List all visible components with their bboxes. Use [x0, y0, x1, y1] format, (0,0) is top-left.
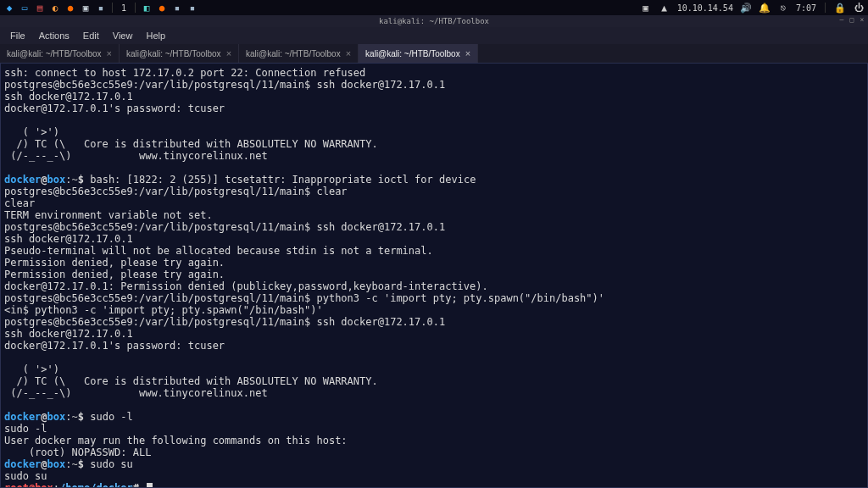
- terminal-tab[interactable]: kali@kali: ~/HTB/Toolbox ×: [120, 44, 239, 63]
- window-controls: – □ ×: [837, 16, 866, 25]
- maximize-button[interactable]: □: [848, 16, 856, 25]
- terminal-icon[interactable]: ▪: [95, 2, 107, 14]
- system-panel: ◆ ▭ ▤ ◐ ● ▣ ▪ 1 ◧ ● ▪ ▪ ▣ ▲ 10.10.14.54 …: [0, 0, 868, 15]
- app-icon[interactable]: ▤: [34, 2, 46, 14]
- term-line: sudo su: [4, 470, 47, 482]
- term-line: ( '>'): [4, 126, 59, 138]
- lock-icon[interactable]: 🔒: [834, 2, 846, 14]
- power-icon[interactable]: ⏻: [853, 2, 865, 14]
- workspace-indicator[interactable]: 1: [118, 3, 130, 13]
- minimize-button[interactable]: –: [837, 16, 846, 25]
- term-line: (/-_--_-\) www.tinycorelinux.net: [4, 150, 268, 162]
- sep-icon: [135, 3, 136, 13]
- term-line: Permission denied, please try again.: [4, 257, 225, 269]
- vpn-icon[interactable]: ▲: [659, 2, 670, 14]
- firefox-icon[interactable]: ●: [64, 2, 76, 14]
- terminal-tab[interactable]: kali@kali: ~/HTB/Toolbox ×: [239, 44, 359, 63]
- term-line: /) TC (\ Core is distributed with ABSOLU…: [4, 138, 378, 150]
- term-line: docker@172.17.0.1's password: tcuser: [4, 103, 225, 114]
- files-icon[interactable]: ▭: [19, 2, 31, 14]
- browser-icon[interactable]: ◐: [49, 2, 61, 14]
- sep-icon: [112, 3, 113, 13]
- term-line: ( '>'): [4, 363, 59, 375]
- sep-icon: [825, 3, 826, 13]
- close-icon[interactable]: ×: [346, 48, 351, 58]
- tab-label: kali@kali: ~/HTB/Toolbox: [126, 49, 221, 58]
- term-line: User docker may run the following comman…: [4, 435, 348, 446]
- menu-bar: File Actions Edit View Help: [0, 27, 868, 44]
- close-icon[interactable]: ×: [107, 48, 112, 58]
- term-line: docker@172.17.0.1: Permission denied (pu…: [4, 280, 488, 292]
- network-icon[interactable]: ⎋: [777, 2, 789, 14]
- term-line: ssh docker@172.17.0.1: [4, 328, 133, 340]
- terminal-tab[interactable]: kali@kali: ~/HTB/Toolbox ×: [359, 44, 478, 63]
- menu-file[interactable]: File: [5, 29, 31, 42]
- term-line: (root) NOPASSWD: ALL: [4, 446, 151, 458]
- kali-menu-icon[interactable]: ◆: [3, 2, 15, 14]
- term-line: Pseudo-terminal will not be allocated be…: [4, 245, 433, 257]
- window-title: kali@kali: ~/HTB/Toolbox: [379, 17, 489, 25]
- tray-term2-icon[interactable]: ▪: [186, 2, 198, 14]
- term-line: postgres@bc56e3cc55e9:/var/lib/postgresq…: [4, 292, 604, 304]
- term-line: TERM environment variable not set.: [4, 209, 213, 221]
- term-prompt-root: root@box:/home/docker#: [4, 482, 153, 488]
- volume-icon[interactable]: 🔊: [740, 2, 752, 14]
- term-line: postgres@bc56e3cc55e9:/var/lib/postgresq…: [4, 316, 445, 328]
- tray-term-icon[interactable]: ▪: [171, 2, 183, 14]
- term-line: postgres@bc56e3cc55e9:/var/lib/postgresq…: [4, 186, 348, 197]
- window-titlebar[interactable]: kali@kali: ~/HTB/Toolbox – □ ×: [0, 15, 868, 27]
- close-icon[interactable]: ×: [226, 48, 231, 58]
- close-icon[interactable]: ×: [465, 48, 470, 58]
- tab-label: kali@kali: ~/HTB/Toolbox: [365, 49, 460, 58]
- term-prompt: docker@box:~$ sudo su: [4, 458, 133, 470]
- term-line: ssh docker@172.17.0.1: [4, 91, 133, 103]
- term-line: postgres@bc56e3cc55e9:/var/lib/postgresq…: [4, 221, 445, 233]
- clock[interactable]: 7:07: [796, 3, 816, 13]
- cursor: [147, 483, 153, 488]
- camera-icon[interactable]: ▣: [640, 2, 652, 14]
- term-line: (/-_--_-\) www.tinycorelinux.net: [4, 387, 268, 399]
- term-line: ssh: connect to host 172.17.0.2 port 22:…: [4, 67, 365, 79]
- menu-view[interactable]: View: [108, 29, 138, 42]
- tab-label: kali@kali: ~/HTB/Toolbox: [7, 49, 102, 58]
- panel-left: ◆ ▭ ▤ ◐ ● ▣ ▪ 1 ◧ ● ▪ ▪: [3, 2, 640, 14]
- term-line: /) TC (\ Core is distributed with ABSOLU…: [4, 375, 378, 387]
- terminal-output[interactable]: ssh: connect to host 172.17.0.2 port 22:…: [0, 63, 868, 488]
- term-line: docker@172.17.0.1's password: tcuser: [4, 340, 225, 352]
- term-line: clear: [4, 197, 35, 209]
- code-icon[interactable]: ▣: [80, 2, 92, 14]
- tray-ff-icon[interactable]: ●: [156, 2, 168, 14]
- term-line: postgres@bc56e3cc55e9:/var/lib/postgresq…: [4, 79, 445, 91]
- term-line: Permission denied, please try again.: [4, 269, 225, 280]
- menu-edit[interactable]: Edit: [78, 29, 104, 42]
- term-line: sudo -l: [4, 423, 47, 435]
- terminal-tab-bar: kali@kali: ~/HTB/Toolbox × kali@kali: ~/…: [0, 44, 868, 63]
- panel-right: ▣ ▲ 10.10.14.54 🔊 🔔 ⎋ 7:07 🔒 ⏻: [640, 2, 865, 14]
- tray-app-icon[interactable]: ◧: [141, 2, 153, 14]
- term-prompt: docker@box:~$ sudo -l: [4, 411, 133, 423]
- menu-actions[interactable]: Actions: [34, 29, 75, 42]
- terminal-tab[interactable]: kali@kali: ~/HTB/Toolbox ×: [0, 44, 120, 63]
- term-line: <in$ python3 -c 'import pty; pty.spawn("…: [4, 304, 323, 316]
- ip-address: 10.10.14.54: [677, 3, 733, 13]
- tab-label: kali@kali: ~/HTB/Toolbox: [246, 49, 341, 58]
- term-line: ssh docker@172.17.0.1: [4, 233, 133, 245]
- term-prompt: docker@box:~$ bash: [1822: 2 (255)] tcse…: [4, 174, 476, 186]
- close-button[interactable]: ×: [858, 16, 866, 25]
- bell-icon[interactable]: 🔔: [759, 2, 771, 14]
- menu-help[interactable]: Help: [141, 29, 170, 42]
